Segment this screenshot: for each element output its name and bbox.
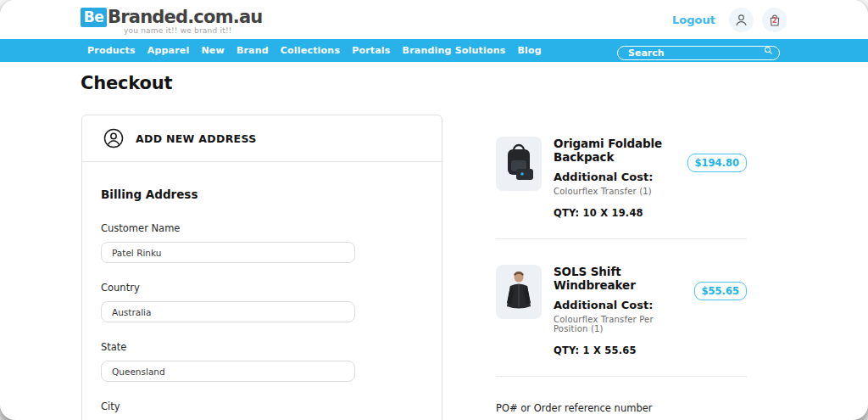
- person-icon: [734, 13, 748, 27]
- cart-item-divider: [496, 238, 747, 239]
- user-circle-icon: [103, 128, 124, 148]
- account-button[interactable]: [729, 8, 754, 32]
- search-icon: [764, 46, 773, 55]
- item-name: Origami Foldable Backpack: [554, 137, 676, 164]
- nav-item-blog[interactable]: Blog: [517, 45, 541, 56]
- country-label: Country: [101, 282, 423, 294]
- item-price-badge: $55.65: [694, 282, 747, 300]
- po-reference-label: PO# or Order reference number: [496, 402, 747, 414]
- additional-cost-label: Additional Cost:: [554, 299, 682, 311]
- cart-item-windbreaker: SOLS Shift Windbreaker Additional Cost: …: [496, 265, 747, 356]
- backpack-product-image: [496, 137, 542, 191]
- nav-item-apparel[interactable]: Apparel: [147, 45, 190, 56]
- city-label: City: [101, 400, 423, 412]
- state-group: State: [101, 341, 423, 382]
- logo-be-mark: Be: [81, 8, 107, 27]
- item-qty-line: QTY: 10 X 19.48: [554, 207, 676, 219]
- top-header: Be Branded.com.au you name it!! we brand…: [0, 0, 868, 39]
- main-navbar: Products Apparel New Brand Collections P…: [0, 39, 868, 62]
- billing-address-title: Billing Address: [101, 188, 423, 201]
- logo-brand-text: Branded.com.au: [108, 7, 262, 27]
- city-group: City: [101, 400, 423, 420]
- item-price-badge: $194.80: [687, 154, 747, 172]
- cart-count-badge: 2: [772, 17, 777, 25]
- additional-cost-label: Additional Cost:: [554, 171, 676, 183]
- state-field[interactable]: [101, 361, 355, 382]
- nav-item-collections[interactable]: Collections: [281, 45, 340, 56]
- add-address-card: ADD NEW ADDRESS Billing Address Customer…: [81, 115, 442, 420]
- customer-name-field[interactable]: [101, 242, 355, 263]
- nav-item-brand[interactable]: Brand: [236, 45, 269, 56]
- additional-cost-detail: Colourflex Transfer Per Position (1): [554, 315, 682, 333]
- item-qty-line: QTY: 1 X 55.65: [554, 344, 682, 356]
- search-input[interactable]: [617, 46, 780, 60]
- add-address-label: ADD NEW ADDRESS: [136, 132, 256, 145]
- windbreaker-product-image: [496, 265, 542, 319]
- logo-tagline: you name it!! we brand it!!: [124, 26, 262, 35]
- page-title: Checkout: [81, 73, 172, 93]
- nav-item-branding-solutions[interactable]: Branding Solutions: [403, 45, 506, 56]
- order-summary: Origami Foldable Backpack Additional Cos…: [496, 137, 747, 420]
- country-group: Country: [101, 282, 423, 322]
- item-name: SOLS Shift Windbreaker: [554, 265, 682, 292]
- nav-item-new[interactable]: New: [201, 45, 224, 56]
- additional-cost-detail: Colourflex Transfer (1): [554, 187, 676, 196]
- customer-name-label: Customer Name: [101, 222, 423, 234]
- state-label: State: [101, 341, 423, 353]
- customer-name-group: Customer Name: [101, 222, 423, 263]
- po-reference-group: PO# or Order reference number Discount c…: [496, 402, 747, 420]
- windbreaker-illustration: [502, 271, 536, 313]
- country-field[interactable]: [101, 301, 355, 322]
- checkout-page: Be Branded.com.au you name it!! we brand…: [0, 0, 868, 420]
- nav-item-products[interactable]: Products: [87, 45, 136, 56]
- cart-section-divider: [496, 376, 747, 377]
- cart-button[interactable]: 2: [762, 8, 787, 32]
- backpack-illustration: [502, 143, 536, 184]
- add-address-header[interactable]: ADD NEW ADDRESS: [82, 115, 442, 162]
- nav-item-portals[interactable]: Portals: [352, 45, 390, 56]
- site-logo[interactable]: Be Branded.com.au you name it!! we brand…: [81, 7, 262, 35]
- logout-link[interactable]: Logout: [672, 14, 715, 26]
- cart-item-backpack: Origami Foldable Backpack Additional Cos…: [496, 137, 747, 219]
